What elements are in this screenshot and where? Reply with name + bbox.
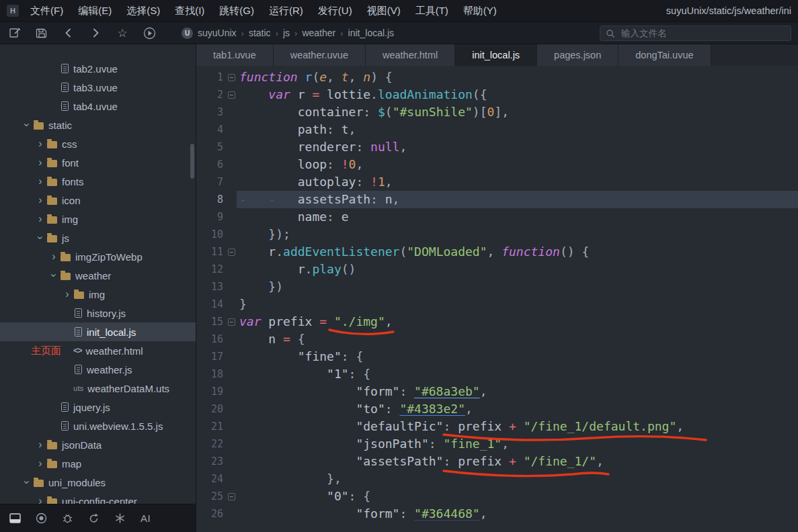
breadcrumb-item-js[interactable]: js (283, 28, 290, 38)
tree-item-imgZipToWebp[interactable]: ›imgZipToWebp (0, 247, 196, 266)
line-number[interactable]: 9 (196, 208, 226, 226)
line-number[interactable]: 4 (196, 121, 226, 138)
line-number[interactable]: 17 (196, 348, 226, 365)
code-line-6[interactable]: 6 loop: !0, (196, 156, 798, 173)
star-icon[interactable]: ☆ (116, 26, 129, 40)
code-line-19[interactable]: 19 "form": "#68a3eb", (196, 383, 798, 400)
code-line-10[interactable]: 10 }); (196, 226, 798, 243)
ai-button[interactable]: AI (141, 513, 151, 524)
breadcrumb-item-weather[interactable]: weather (302, 28, 335, 38)
code-line-4[interactable]: 4 path: t, (196, 121, 798, 138)
line-number[interactable]: 23 (196, 453, 226, 470)
tab-weather.uvue[interactable]: weather.uvue (274, 44, 366, 66)
code-line-1[interactable]: 1−function r(e, t, n) { (196, 69, 798, 86)
code-line-2[interactable]: 2− var r = lottie.loadAnimation({ (196, 86, 798, 103)
code-line-24[interactable]: 24 }, (196, 470, 798, 488)
tree-item-font[interactable]: ›font (0, 153, 196, 172)
line-number[interactable]: 24 (196, 470, 226, 488)
tab-init_local.js[interactable]: init_local.js (455, 44, 537, 66)
line-number[interactable]: 11 (196, 243, 226, 261)
code-line-8[interactable]: 8- - assetsPath: n, (196, 191, 798, 208)
console-icon[interactable] (9, 513, 21, 523)
line-number[interactable]: 2 (196, 86, 226, 103)
tree-item-img[interactable]: ›img (0, 210, 196, 228)
tree-item-map[interactable]: ›map (0, 454, 196, 473)
code-line-12[interactable]: 12 r.play() (196, 261, 798, 278)
tree-item-tab4.uvue[interactable]: tab4.uvue (0, 97, 196, 116)
line-number[interactable]: 26 (196, 505, 226, 523)
tree-item-uni_modules[interactable]: ›uni_modules (0, 473, 196, 492)
code-line-17[interactable]: 17 "fine": { (196, 348, 798, 365)
code-line-3[interactable]: 3 container: $("#sunShile")[0], (196, 103, 798, 121)
save-icon[interactable] (35, 26, 48, 40)
browser-icon[interactable] (36, 513, 47, 524)
tree-item-jsonData[interactable]: ›jsonData (0, 435, 196, 454)
tree-item-jquery.js[interactable]: jquery.js (0, 398, 196, 416)
file-search-input[interactable] (620, 28, 785, 39)
tab-pages.json[interactable]: pages.json (537, 44, 619, 66)
forward-icon[interactable] (89, 26, 102, 40)
code-line-14[interactable]: 14} (196, 296, 798, 313)
tab-weather.html[interactable]: weather.html (366, 44, 455, 66)
fold-marker-icon[interactable]: − (228, 493, 235, 500)
new-file-icon[interactable] (8, 26, 22, 40)
tree-item-init_local.js[interactable]: init_local.js (0, 322, 196, 341)
code-line-22[interactable]: 22 "jsonPath": "fine_1", (196, 435, 798, 453)
menu-item-5[interactable]: 跳转(G) (212, 0, 262, 22)
line-number[interactable]: 12 (196, 261, 226, 278)
line-number[interactable]: 13 (196, 278, 226, 296)
fold-marker-icon[interactable]: − (228, 91, 235, 99)
tree-item-history.js[interactable]: history.js (0, 304, 196, 322)
tree-item-weather.html[interactable]: 主页面<>weather.html (0, 341, 196, 360)
code-line-11[interactable]: 11− r.addEventListener("DOMLoaded", func… (196, 243, 798, 261)
menu-item-4[interactable]: 查找(I) (167, 0, 212, 22)
refresh-icon[interactable] (88, 513, 99, 524)
tree-item-tab2.uvue[interactable]: tab2.uvue (0, 59, 196, 78)
line-number[interactable]: 6 (196, 156, 226, 173)
code-line-26[interactable]: 26 "form": "#364468", (196, 505, 798, 523)
code-line-7[interactable]: 7 autoplay: !1, (196, 173, 798, 191)
line-number[interactable]: 21 (196, 418, 226, 435)
line-number[interactable]: 22 (196, 435, 226, 453)
code-line-15[interactable]: 15−var prefix = "./img", (196, 313, 798, 330)
menu-item-9[interactable]: 工具(T) (408, 0, 456, 22)
plugin-icon[interactable] (114, 513, 126, 524)
code-line-23[interactable]: 23 "assetsPath": prefix + "/fine_1/", (196, 453, 798, 470)
tab-tab1.uvue[interactable]: tab1.uvue (196, 44, 274, 66)
tree-item-fonts[interactable]: ›fonts (0, 172, 196, 191)
menu-item-8[interactable]: 视图(V) (360, 0, 408, 22)
code-line-25[interactable]: 25− "0": { (196, 488, 798, 505)
code-line-13[interactable]: 13 }) (196, 278, 798, 296)
run-icon[interactable] (143, 26, 156, 40)
breadcrumb-item-static[interactable]: static (249, 28, 271, 38)
breadcrumb-item-suyuUnix[interactable]: suyuUnix (198, 28, 237, 38)
tree-item-weather.js[interactable]: weather.js (0, 360, 196, 379)
tree-item-js[interactable]: ›js (0, 228, 196, 247)
line-number[interactable]: 3 (196, 103, 226, 121)
line-number[interactable]: 15 (196, 313, 226, 330)
line-number[interactable]: 14 (196, 296, 226, 313)
code-line-5[interactable]: 5 renderer: null, (196, 138, 798, 156)
menu-item-6[interactable]: 运行(R) (262, 0, 311, 22)
line-number[interactable]: 25 (196, 488, 226, 505)
fold-marker-icon[interactable]: − (228, 74, 235, 81)
code-line-18[interactable]: 18 "1": { (196, 365, 798, 383)
menu-item-7[interactable]: 发行(U) (311, 0, 360, 22)
breadcrumb-item-init_local.js[interactable]: init_local.js (348, 28, 394, 38)
tree-item-static[interactable]: ›static (0, 116, 196, 134)
code-line-9[interactable]: 9 name: e (196, 208, 798, 226)
tree-item-img[interactable]: ›img (0, 285, 196, 304)
code-editor[interactable]: 1−function r(e, t, n) {2− var r = lottie… (196, 66, 798, 532)
line-number[interactable]: 16 (196, 330, 226, 348)
debug-icon[interactable] (62, 513, 73, 524)
fold-marker-icon[interactable]: − (228, 318, 235, 326)
sidebar-scrollbar[interactable] (190, 144, 194, 179)
tree-item-uni.webview.1.5.5.js[interactable]: uni.webview.1.5.5.js (0, 416, 196, 435)
menu-item-2[interactable]: 编辑(E) (71, 0, 119, 22)
tree-item-weather[interactable]: ›weather (0, 266, 196, 285)
line-number[interactable]: 20 (196, 400, 226, 418)
tree-item-css[interactable]: ›css (0, 134, 196, 153)
menu-item-3[interactable]: 选择(S) (119, 0, 167, 22)
menu-item-1[interactable]: 文件(F) (23, 0, 71, 22)
line-number[interactable]: 19 (196, 383, 226, 400)
